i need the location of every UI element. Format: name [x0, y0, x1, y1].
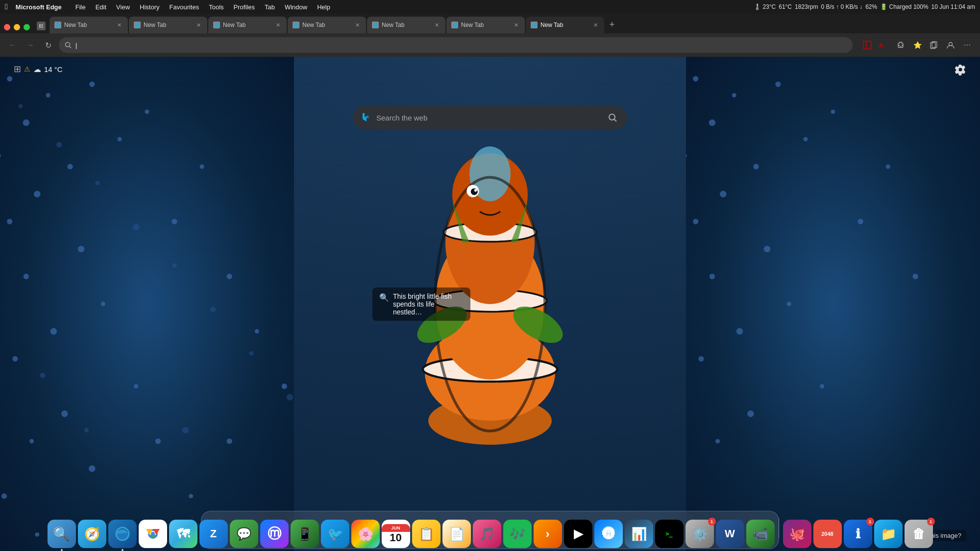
dock-app-terminal[interactable]: >_	[655, 520, 684, 548]
menubar-view[interactable]: View	[112, 3, 134, 11]
dock-app-safari[interactable]: 🧭	[78, 520, 106, 548]
dock-app-unknown2[interactable]: ℹ 1	[844, 520, 872, 548]
menubar-help[interactable]: Help	[313, 3, 334, 11]
menubar-profiles[interactable]: Profiles	[230, 3, 259, 11]
dock-app-zoom[interactable]: Z	[199, 520, 228, 548]
svg-point-63	[831, 110, 835, 114]
new-tab-settings-button[interactable]	[955, 64, 966, 78]
svg-point-15	[89, 81, 95, 87]
dock-app-appstore[interactable]: 🅐	[594, 520, 623, 548]
refresh-button[interactable]: ↻	[41, 38, 55, 52]
dock-app-finder[interactable]: 🔍	[48, 520, 76, 548]
dock-app-appletv[interactable]: ▶	[564, 520, 592, 548]
dock-app-facetime[interactable]: 📹	[746, 520, 775, 548]
dock-app-spotify[interactable]: 🎶	[503, 520, 532, 548]
menubar-history[interactable]: History	[136, 3, 163, 11]
image-info-overlay[interactable]: 🔍 This bright little fish spends its lif…	[372, 287, 470, 321]
svg-point-68	[736, 328, 743, 335]
menubar-tools[interactable]: Tools	[205, 3, 227, 11]
tab-close-1[interactable]: ✕	[115, 21, 123, 29]
close-button[interactable]	[4, 24, 10, 30]
tab-2[interactable]: 🌐 New Tab ✕	[129, 17, 207, 33]
forward-button[interactable]: →	[24, 38, 37, 52]
svg-point-58	[686, 153, 687, 158]
dock-app-finder2[interactable]: 📁	[874, 520, 903, 548]
menubar-favourites[interactable]: Favourites	[166, 3, 203, 11]
app-name[interactable]: Microsoft Edge	[12, 3, 66, 11]
dock-app-messenger[interactable]: ⓜ	[260, 520, 289, 548]
svg-point-31	[227, 274, 232, 279]
address-input-wrap[interactable]	[59, 37, 853, 53]
menubar-tab[interactable]: Tab	[261, 3, 279, 11]
content-search-bar[interactable]	[353, 106, 627, 129]
dock-app-music[interactable]: 🎵	[473, 520, 501, 548]
extensions-icon[interactable]	[894, 38, 907, 52]
profile-icon[interactable]	[944, 38, 957, 52]
apple-menu[interactable]: 	[5, 2, 8, 11]
dock-app-systemprefs[interactable]: ⚙️ 1	[686, 520, 714, 548]
dock-app-stickies[interactable]: 📋	[412, 520, 441, 548]
dock-app-edge[interactable]	[108, 520, 137, 548]
web-search-input[interactable]	[376, 114, 601, 122]
tab-close-3[interactable]: ✕	[274, 21, 282, 29]
url-input[interactable]	[75, 42, 847, 49]
apps-grid-icon[interactable]: ⊞	[14, 64, 21, 74]
tab-close-5[interactable]: ✕	[433, 21, 441, 29]
twitter-icon: 🐦	[327, 527, 343, 542]
dock-app-notes[interactable]: 📄	[442, 520, 471, 548]
new-tab-button[interactable]: +	[605, 18, 619, 31]
tab-close-2[interactable]: ✕	[195, 21, 202, 29]
tab-4[interactable]: 🌐 New Tab ✕	[288, 17, 366, 33]
tab-1[interactable]: 🌐 New Tab ✕	[49, 17, 128, 33]
dock-app-calendar[interactable]: JUN 10	[382, 520, 410, 548]
sidebar-panel-icon[interactable]	[860, 38, 874, 52]
systemprefs-icon: ⚙️	[692, 527, 708, 542]
dock-app-messages[interactable]: 💬	[230, 520, 258, 548]
edge-dot	[122, 549, 123, 551]
minimize-button[interactable]	[14, 24, 20, 30]
svg-point-44	[96, 181, 100, 185]
bing-rewards-icon[interactable]: A	[877, 38, 891, 52]
dock-app-trash[interactable]: 🗑 1	[905, 520, 933, 548]
more-options-icon[interactable]: ⋯	[960, 38, 974, 52]
dock-app-2048[interactable]: 2048	[813, 520, 842, 548]
dock-app-maps[interactable]: 🗺	[169, 520, 197, 548]
svg-point-57	[775, 81, 781, 87]
dock-app-activity[interactable]: 📊	[625, 520, 653, 548]
web-search-button[interactable]	[606, 111, 619, 124]
tab-6[interactable]: 🌐 New Tab ✕	[446, 17, 525, 33]
tab-favicon-6: 🌐	[451, 22, 458, 28]
dock-app-whatsapp[interactable]: 📱	[291, 520, 319, 548]
dock-app-photos[interactable]: 🌸	[351, 520, 380, 548]
dock-app-unknown1[interactable]: 🐙	[783, 520, 811, 548]
back-button[interactable]: ←	[6, 38, 20, 52]
svg-point-47	[210, 307, 216, 312]
cpu-info: 61°C	[779, 3, 792, 10]
svg-point-20	[7, 219, 12, 224]
unknown1-icon: 🐙	[789, 527, 805, 542]
tab-close-4[interactable]: ✕	[353, 21, 361, 29]
tab-3[interactable]: 🌐 New Tab ✕	[208, 17, 287, 33]
svg-point-23	[24, 274, 29, 279]
sidebar-toggle[interactable]	[37, 22, 46, 30]
dock-app-chevron[interactable]: ›	[534, 520, 562, 548]
menubar-edit[interactable]: Edit	[92, 3, 110, 11]
tab-7-active[interactable]: 🌐 New Tab ✕	[526, 17, 604, 33]
calendar-content: JUN 10	[382, 524, 410, 544]
menubar-file[interactable]: File	[72, 3, 90, 11]
tab-5[interactable]: 🌐 New Tab ✕	[367, 17, 445, 33]
dock-app-twitter[interactable]: 🐦	[321, 520, 349, 548]
dock-app-word[interactable]: W	[716, 520, 744, 548]
tab-close-6[interactable]: ✕	[512, 21, 520, 29]
menubar-window[interactable]: Window	[281, 3, 311, 11]
svg-point-43	[56, 142, 62, 147]
svg-point-71	[820, 384, 824, 388]
tab-close-7[interactable]: ✕	[591, 21, 599, 29]
svg-point-24	[101, 302, 105, 306]
dock-app-chrome[interactable]	[139, 520, 167, 548]
svg-point-65	[710, 274, 715, 279]
collections-icon[interactable]	[927, 38, 941, 52]
favourites-icon[interactable]: ⭐	[910, 38, 924, 52]
svg-rect-2	[41, 25, 43, 26]
maximize-button[interactable]	[24, 24, 30, 30]
